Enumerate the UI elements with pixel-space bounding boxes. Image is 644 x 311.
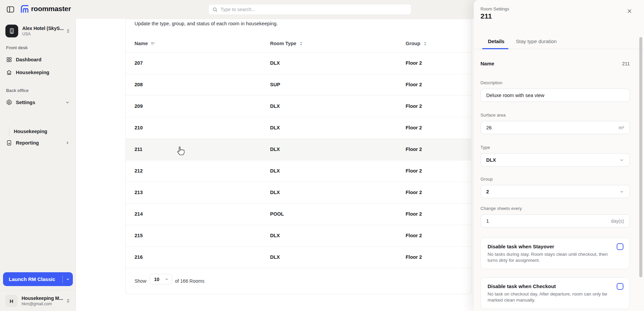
cell-group: Floor 2 (406, 82, 422, 87)
cell-name: 213 (135, 190, 143, 195)
stayover-toggle-card: Disable task when Stayover No tasks duri… (480, 238, 630, 269)
user-email: hkm@gmail.com (22, 302, 66, 306)
table-body: 207DLXFloor 2208SUPFloor 2209DLXFloor 22… (126, 53, 471, 268)
field-label-surface-area: Surface area (480, 113, 505, 118)
surface-area-input[interactable] (486, 125, 619, 130)
stayover-checkbox[interactable] (617, 243, 623, 250)
sidebar-item-dashboard[interactable]: Dashboard (3, 54, 73, 65)
chevron-down-icon[interactable] (63, 277, 73, 281)
stayover-toggle-description: No tasks during stay. Room stays clean u… (488, 251, 609, 263)
column-header-group[interactable]: Group (406, 41, 428, 46)
column-header-name[interactable]: Name (135, 41, 155, 46)
hotel-avatar-icon (5, 25, 18, 37)
drawer-scrollbar[interactable] (639, 37, 642, 277)
sidebar-subitem-housekeeping-settings[interactable]: Housekeeping (14, 127, 71, 136)
table-row[interactable]: 207DLXFloor 2 (126, 53, 471, 74)
column-header-room-type[interactable]: Room Type (270, 41, 303, 46)
type-select[interactable]: DLX (480, 153, 630, 166)
table-row[interactable]: 214POOLFloor 2 (126, 204, 471, 225)
launch-rm-classic-label: Launch RM Classic (9, 276, 62, 282)
page-subtitle: Update the type, group, and status of ea… (135, 21, 278, 26)
search-input[interactable] (221, 7, 408, 12)
chevron-updown-icon (66, 28, 70, 34)
table-row[interactable]: 212DLXFloor 2 (126, 160, 471, 182)
sidebar-item-housekeeping[interactable]: Housekeeping (3, 67, 73, 78)
table-row[interactable]: 208SUPFloor 2 (126, 74, 471, 96)
cell-room-type: DLX (270, 103, 280, 109)
table-row[interactable]: 216DLXFloor 2 (126, 247, 471, 268)
cell-room-type: DLX (270, 60, 280, 66)
show-label: Show (135, 278, 146, 284)
table-row[interactable]: 213DLXFloor 2 (126, 182, 471, 204)
sidebar-item-label: Reporting (16, 140, 61, 146)
tab-stay-type-duration[interactable]: Stay type duration (516, 38, 557, 44)
column-label: Group (406, 41, 420, 46)
table-row[interactable]: 209DLXFloor 2 (126, 96, 471, 117)
drawer-tabs: Details Stay type duration (474, 36, 644, 49)
tab-details[interactable]: Details (488, 38, 504, 44)
change-sheets-field[interactable]: day(s) (480, 214, 630, 227)
cell-name: 216 (135, 254, 143, 260)
sidebar-item-settings[interactable]: Settings (3, 97, 73, 108)
change-sheets-input[interactable] (486, 218, 611, 224)
chevron-down-icon (65, 100, 70, 105)
cell-room-type: DLX (270, 147, 280, 152)
surface-area-field[interactable]: m² (480, 121, 630, 134)
field-label-description: Description (480, 80, 502, 85)
page-size-select[interactable]: 10 (149, 274, 172, 284)
house-icon (6, 69, 12, 75)
global-search[interactable] (208, 4, 411, 15)
cell-room-type: POOL (270, 211, 284, 217)
sidebar-item-label: Settings (16, 100, 61, 105)
drawer-title: 211 (480, 12, 492, 20)
cell-room-type: SUP (270, 82, 280, 87)
cell-group: Floor 2 (406, 190, 422, 195)
sidebar-item-label: Housekeeping (16, 70, 70, 75)
checkout-toggle-description: No task on checkout day. After departure… (488, 291, 609, 303)
cell-name: 207 (135, 60, 143, 66)
launch-rm-classic-button[interactable]: Launch RM Classic (3, 272, 73, 286)
description-field[interactable] (480, 89, 630, 102)
cell-name: 211 (135, 147, 142, 152)
cell-group: Floor 2 (406, 233, 422, 238)
chevron-down-icon (619, 158, 624, 162)
cell-group: Floor 2 (406, 147, 422, 152)
cell-group: Floor 2 (406, 125, 422, 130)
cell-name: 212 (135, 168, 143, 174)
search-icon (212, 7, 218, 12)
hotel-selector[interactable]: Alex Hotel (SkyS... USA (3, 23, 72, 39)
group-select[interactable]: 2 (480, 185, 630, 198)
sidebar-divider (0, 290, 76, 290)
user-menu[interactable]: H Housekeeping M... hkm@gmail.com (3, 293, 72, 309)
cell-room-type: DLX (270, 254, 280, 260)
description-input[interactable] (486, 93, 624, 98)
sidebar-item-reporting[interactable]: Reporting (3, 137, 73, 149)
sidebar-toggle-icon[interactable] (6, 5, 15, 14)
checkout-toggle-title: Disable task when Checkout (488, 283, 556, 289)
chevron-down-icon (165, 277, 169, 281)
logo-text: roommaster (31, 5, 71, 13)
user-avatar: H (5, 295, 18, 307)
sidebar: Alex Hotel (SkyS... USA Front desk Dashb… (0, 19, 76, 311)
close-icon[interactable] (626, 8, 633, 15)
hotel-name: Alex Hotel (SkyS... (22, 26, 66, 31)
cell-room-type: DLX (270, 233, 280, 238)
cell-name: 215 (135, 233, 143, 238)
checkout-checkbox[interactable] (617, 283, 623, 290)
pagination: Show 10 of 166 Rooms (126, 268, 471, 294)
table-row[interactable]: 211DLXFloor 2 (126, 139, 471, 160)
column-label: Room Type (270, 41, 296, 46)
table-row[interactable]: 210DLXFloor 2 (126, 117, 471, 139)
app-logo[interactable]: roommaster (20, 4, 71, 13)
room-settings-drawer: Room Settings 211 Details Stay type dura… (474, 0, 644, 311)
field-label-name: Name (480, 61, 494, 66)
field-label-group: Group (480, 177, 493, 182)
hotel-country: USA (22, 32, 66, 36)
chevron-right-icon (65, 141, 70, 145)
user-name: Housekeeping M... (22, 296, 66, 301)
gear-icon (6, 99, 12, 105)
cell-name: 208 (135, 82, 143, 87)
table-row[interactable]: 215DLXFloor 2 (126, 225, 471, 247)
cell-group: Floor 2 (406, 103, 422, 109)
total-rooms-label: of 166 Rooms (175, 278, 204, 284)
